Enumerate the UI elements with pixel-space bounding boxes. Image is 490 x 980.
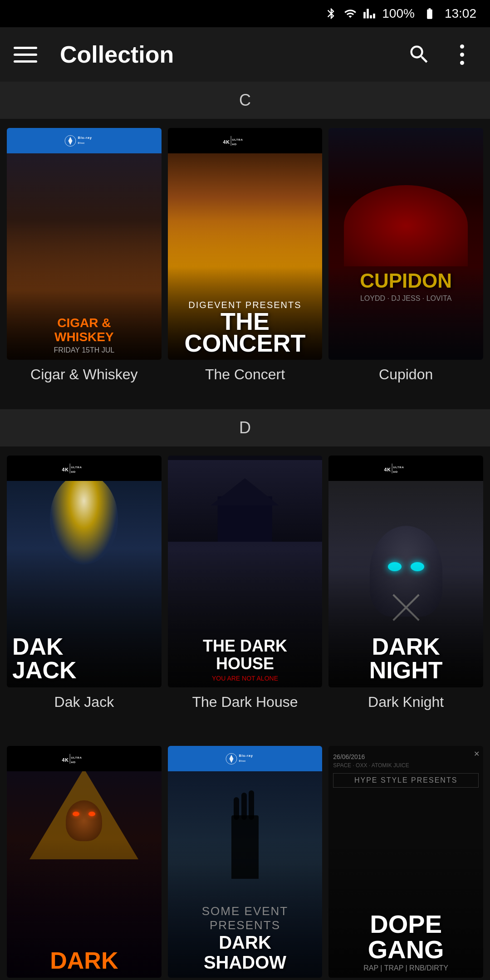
svg-rect-14: [392, 463, 392, 473]
more-options-button[interactable]: [447, 40, 476, 69]
battery-text: 100%: [382, 6, 415, 21]
item-label-cigar: Cigar & Whiskey: [30, 366, 138, 387]
poster-dark-shadow[interactable]: Blu-ray Disc: [168, 746, 323, 978]
svg-text:HD: HD: [71, 470, 76, 473]
badge-blu-darkshadow: Blu-ray Disc: [168, 746, 323, 771]
spacer-2: [0, 719, 490, 737]
svg-text:4K: 4K: [223, 139, 230, 144]
time-text: 13:02: [445, 6, 476, 21]
poster-dark-house[interactable]: THE DARKHOUSE YOU ARE NOT ALONE: [168, 456, 323, 687]
badge-4k-concert: 4K ULTRA HD: [168, 128, 323, 153]
item-label-dakjack: Dak Jack: [54, 694, 114, 714]
svg-text:4K: 4K: [384, 466, 391, 472]
grid-c: Blu-ray Disc CIGAR &WHISKEY FRIDAY 15TH …: [7, 128, 483, 387]
app-bar: Collection: [0, 27, 490, 82]
signal-icon: [363, 7, 376, 20]
svg-text:ULTRA: ULTRA: [71, 756, 82, 759]
list-item[interactable]: THE DARKHOUSE YOU ARE NOT ALONE The Dark…: [168, 456, 323, 714]
menu-button[interactable]: [14, 47, 37, 63]
section-header-d: D: [0, 409, 490, 446]
svg-text:ULTRA: ULTRA: [393, 466, 404, 469]
svg-text:Blu-ray: Blu-ray: [78, 136, 92, 140]
list-item[interactable]: 4K ULTRA HD DIGEVENT PRESENTS THECONCERT…: [168, 128, 323, 387]
grid-section-d: 4K ULTRA HD DAKJACK Dak Jack: [0, 446, 490, 719]
svg-text:ULTRA: ULTRA: [71, 466, 82, 469]
poster-cigar-whiskey[interactable]: Blu-ray Disc CIGAR &WHISKEY FRIDAY 15TH …: [7, 128, 162, 360]
item-label-cupidon: Cupidon: [379, 366, 433, 387]
poster-dark-shark[interactable]: 4K ULTRA HD: [7, 746, 162, 978]
grid-section-c: Blu-ray Disc CIGAR &WHISKEY FRIDAY 15TH …: [0, 119, 490, 391]
list-item[interactable]: 4K ULTRA HD: [7, 746, 162, 980]
poster-dark-knight[interactable]: 4K ULTRA HD: [328, 456, 483, 687]
item-label-darkknight: Dark Knight: [368, 694, 444, 714]
status-bar: 100% 13:02: [0, 0, 490, 27]
grid-section-d2: 4K ULTRA HD: [0, 737, 490, 980]
badge-blu-ray: Blu-ray Disc: [7, 128, 162, 153]
status-icons: 100% 13:02: [325, 6, 476, 21]
poster-concert[interactable]: 4K ULTRA HD DIGEVENT PRESENTS THECONCERT: [168, 128, 323, 360]
poster-dak-jack[interactable]: 4K ULTRA HD DAKJACK: [7, 456, 162, 687]
list-item[interactable]: Blu-ray Disc CIGAR &WHISKEY FRIDAY 15TH …: [7, 128, 162, 387]
list-item[interactable]: CUPIDON LOYDD · DJ JESS · LOVITA Cupidon: [328, 128, 483, 387]
bluetooth-icon: [325, 7, 338, 20]
svg-text:ULTRA: ULTRA: [232, 138, 243, 141]
svg-text:HD: HD: [71, 760, 76, 763]
svg-rect-10: [70, 463, 71, 473]
list-item[interactable]: ✕ 26/06/2016 SPACE · OXX · ATOMIK JUICE …: [328, 746, 483, 980]
svg-text:4K: 4K: [62, 466, 69, 472]
search-button[interactable]: [405, 40, 434, 69]
page-title: Collection: [60, 41, 391, 68]
svg-text:Disc: Disc: [239, 759, 246, 762]
svg-rect-6: [230, 136, 231, 146]
item-label-darkhouse: The Dark House: [192, 694, 298, 714]
svg-rect-18: [70, 754, 71, 764]
list-item[interactable]: Blu-ray Disc: [168, 746, 323, 980]
grid-d2: 4K ULTRA HD: [7, 746, 483, 980]
spacer-1: [0, 391, 490, 409]
svg-text:Disc: Disc: [78, 141, 85, 144]
svg-text:Blu-ray: Blu-ray: [239, 754, 253, 758]
poster-cupidon[interactable]: CUPIDON LOYDD · DJ JESS · LOVITA: [328, 128, 483, 360]
badge-4k-darkknight: 4K ULTRA HD: [328, 456, 483, 481]
grid-d: 4K ULTRA HD DAKJACK Dak Jack: [7, 456, 483, 714]
badge-4k-dakjack: 4K ULTRA HD: [7, 456, 162, 481]
poster-dope-gang[interactable]: ✕ 26/06/2016 SPACE · OXX · ATOMIK JUICE …: [328, 746, 483, 978]
item-label-concert: The Concert: [205, 366, 285, 387]
section-header-c: C: [0, 82, 490, 119]
svg-text:4K: 4K: [62, 757, 69, 762]
badge-4k-darkshark: 4K ULTRA HD: [7, 746, 162, 771]
svg-text:HD: HD: [232, 142, 237, 145]
list-item[interactable]: 4K ULTRA HD DAKJACK Dak Jack: [7, 456, 162, 714]
svg-text:HD: HD: [393, 470, 397, 473]
wifi-icon: [344, 7, 357, 20]
list-item[interactable]: 4K ULTRA HD: [328, 456, 483, 714]
battery-icon: [421, 7, 438, 20]
